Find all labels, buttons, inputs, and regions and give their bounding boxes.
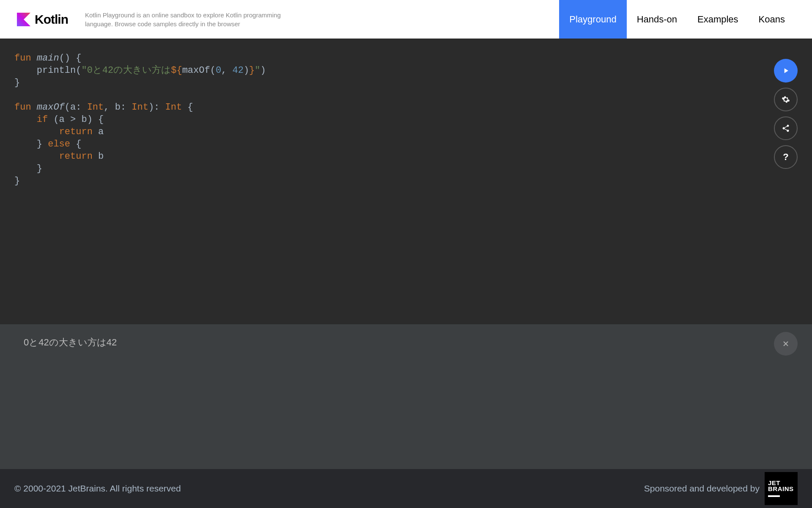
settings-button[interactable] (774, 88, 798, 111)
code-string: "0と42の大きい方は (81, 65, 171, 76)
code-number: 0 (216, 65, 221, 76)
code-text: b (93, 151, 104, 162)
code-template: } (249, 65, 255, 76)
code-text (14, 151, 59, 162)
code-keyword: fun (14, 53, 31, 64)
main-nav: Playground Hands-on Examples Koans (559, 0, 795, 39)
code-number: 42 (232, 65, 243, 76)
gear-icon (782, 95, 790, 104)
site-description: Kotlin Playground is an online sandbox t… (85, 11, 309, 28)
code-function-name: main (37, 53, 59, 64)
header: Kotlin Kotlin Playground is an online sa… (0, 0, 812, 39)
code-keyword: return (59, 127, 93, 137)
nav-hands-on[interactable]: Hands-on (627, 0, 687, 39)
nav-examples[interactable]: Examples (687, 0, 749, 39)
code-text: { (70, 139, 81, 149)
code-text: } (14, 139, 48, 149)
code-text: ) (261, 65, 266, 76)
code-text: , (221, 65, 232, 76)
nav-playground[interactable]: Playground (559, 0, 626, 39)
share-button[interactable] (774, 116, 798, 140)
code-text: println( (14, 65, 81, 76)
output-panel: 0と42の大きい方は42 (0, 324, 812, 469)
code-keyword: if (37, 114, 48, 125)
code-function-name: maxOf (37, 102, 65, 113)
code-template: ${ (171, 65, 182, 76)
kotlin-logo-text: Kotlin (35, 12, 68, 27)
code-string: " (255, 65, 260, 76)
close-output-button[interactable] (774, 332, 798, 356)
help-button[interactable]: ? (774, 145, 798, 169)
code-keyword: return (59, 151, 93, 162)
code-text (14, 127, 59, 137)
code-text: ): (148, 102, 165, 113)
code-text: } (14, 163, 42, 174)
footer: © 2000-2021 JetBrains. All rights reserv… (0, 469, 812, 508)
code-text: () { (59, 53, 82, 64)
code-text: { (182, 102, 193, 113)
question-icon: ? (783, 152, 788, 163)
code-text: (a: (65, 102, 87, 113)
nav-koans[interactable]: Koans (749, 0, 795, 39)
code-type: Int (132, 102, 148, 113)
output-text: 0と42の大きい方は42 (24, 336, 788, 349)
run-button[interactable] (774, 59, 798, 83)
code-text: , b: (104, 102, 132, 113)
close-icon (782, 340, 790, 348)
kotlin-logo[interactable]: Kotlin (17, 12, 68, 27)
code-text (14, 114, 37, 125)
code-keyword: else (48, 139, 70, 149)
sponsor-text: Sponsored and developed by (644, 483, 760, 494)
code-keyword: fun (14, 102, 31, 113)
jetbrains-logo-line2: BRAINS (768, 486, 794, 492)
code-text: maxOf( (182, 65, 216, 76)
jetbrains-logo[interactable]: JET BRAINS (765, 472, 798, 505)
code-type: Int (165, 102, 182, 113)
kotlin-logo-icon (17, 13, 30, 26)
editor-area: fun main() { println("0と42の大きい方は${maxOf(… (0, 39, 812, 469)
code-type: Int (87, 102, 104, 113)
code-text: ) (244, 65, 249, 76)
svg-marker-0 (17, 13, 30, 26)
code-text: (a > b) { (48, 114, 104, 125)
copyright: © 2000-2021 JetBrains. All rights reserv… (14, 483, 181, 494)
code-text: a (93, 127, 104, 137)
logo-section: Kotlin Kotlin Playground is an online sa… (17, 11, 309, 28)
action-buttons: ? (774, 59, 798, 169)
jetbrains-logo-bar (768, 495, 780, 497)
code-text: } (14, 176, 20, 186)
share-icon (782, 124, 790, 133)
sponsor-section: Sponsored and developed by JET BRAINS (644, 472, 798, 505)
play-icon (782, 66, 790, 75)
code-editor[interactable]: fun main() { println("0と42の大きい方は${maxOf(… (0, 39, 812, 324)
code-text: } (14, 77, 20, 88)
